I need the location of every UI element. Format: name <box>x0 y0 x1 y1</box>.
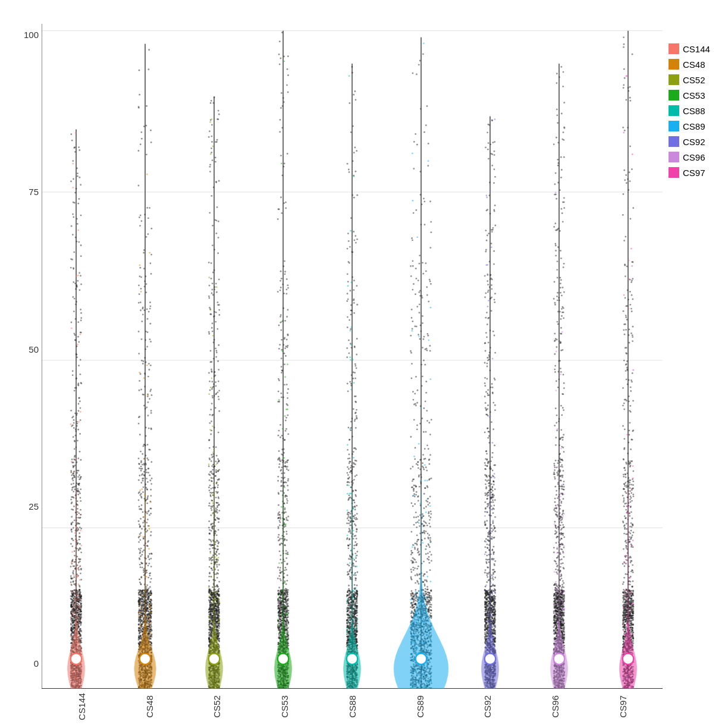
svg-point-6749 <box>352 534 354 535</box>
svg-point-5373 <box>281 212 283 214</box>
svg-point-6951 <box>350 383 352 385</box>
svg-point-5628 <box>277 517 279 519</box>
svg-point-11148 <box>556 467 558 469</box>
svg-point-1198 <box>74 146 76 148</box>
svg-point-12690 <box>624 524 626 526</box>
y-tick-100: 100 <box>24 30 39 40</box>
svg-point-1492 <box>143 474 145 476</box>
svg-point-1561 <box>139 416 140 418</box>
svg-point-4266 <box>209 595 211 597</box>
svg-point-7679 <box>414 608 416 610</box>
svg-point-2133 <box>146 174 148 175</box>
svg-point-3222 <box>215 356 217 358</box>
svg-point-8260 <box>429 463 431 465</box>
svg-point-2609 <box>140 583 142 585</box>
svg-point-1261 <box>73 620 75 622</box>
svg-point-2314 <box>148 311 150 313</box>
svg-point-3666 <box>209 285 211 287</box>
svg-point-7125 <box>412 466 414 467</box>
svg-point-12431 <box>632 478 634 479</box>
svg-point-12577 <box>629 501 631 503</box>
svg-point-8367 <box>424 364 426 366</box>
svg-point-1619 <box>138 548 140 550</box>
svg-point-2386 <box>141 338 143 340</box>
svg-point-947 <box>79 610 81 612</box>
svg-point-995 <box>76 346 78 347</box>
svg-point-8286 <box>428 448 429 450</box>
svg-point-727 <box>73 479 74 481</box>
svg-point-8248 <box>415 293 416 295</box>
svg-point-6577 <box>354 419 356 421</box>
svg-point-10875 <box>553 298 555 300</box>
svg-point-1890 <box>139 434 141 435</box>
svg-point-10773 <box>562 524 564 526</box>
svg-point-12032 <box>629 532 631 534</box>
plot-svg-wrapper <box>42 24 663 689</box>
svg-point-2503 <box>150 626 152 627</box>
svg-point-2134 <box>142 308 143 310</box>
svg-point-4223 <box>215 471 217 473</box>
svg-point-7985 <box>428 559 429 561</box>
svg-point-9870 <box>488 554 490 556</box>
svg-point-282 <box>73 419 75 421</box>
svg-point-9446 <box>489 467 491 469</box>
svg-point-5496 <box>279 525 281 526</box>
svg-point-1809 <box>141 321 143 322</box>
svg-point-12199 <box>631 536 633 538</box>
svg-point-4964 <box>279 344 281 346</box>
svg-point-5598 <box>284 496 286 498</box>
svg-point-1968 <box>148 217 149 219</box>
svg-point-1390 <box>71 610 73 612</box>
legend-color-cs96 <box>669 152 679 162</box>
svg-point-11406 <box>553 623 555 625</box>
svg-point-2841 <box>150 389 152 391</box>
svg-point-8829 <box>484 377 486 379</box>
svg-point-9614 <box>491 509 493 510</box>
svg-point-299 <box>75 318 77 320</box>
svg-point-11037 <box>560 327 562 329</box>
svg-point-7052 <box>421 385 423 387</box>
svg-point-3785 <box>218 613 219 615</box>
svg-point-11291 <box>561 589 563 591</box>
svg-point-2591 <box>140 373 142 375</box>
svg-point-1332 <box>77 172 79 174</box>
svg-point-7949 <box>426 589 428 591</box>
svg-point-9034 <box>492 402 494 404</box>
svg-point-7374 <box>412 73 414 74</box>
svg-point-6474 <box>354 365 356 367</box>
svg-point-10124 <box>558 521 560 523</box>
svg-point-10190 <box>555 581 557 583</box>
svg-point-3338 <box>209 559 211 561</box>
svg-point-214 <box>71 328 73 330</box>
svg-point-4310 <box>210 544 212 545</box>
svg-point-12497 <box>630 506 632 507</box>
svg-point-3684 <box>211 313 212 315</box>
svg-point-1552 <box>139 489 141 491</box>
svg-point-4301 <box>216 634 218 636</box>
svg-point-3569 <box>215 464 217 466</box>
svg-point-6526 <box>349 171 350 173</box>
svg-point-8077 <box>413 168 415 170</box>
svg-point-6891 <box>348 635 350 637</box>
svg-point-8234 <box>428 534 430 536</box>
svg-point-12674 <box>625 601 626 603</box>
legend-label-cs48: CS48 <box>683 59 705 70</box>
svg-point-9741 <box>487 503 488 505</box>
svg-point-186 <box>73 576 75 578</box>
svg-point-1193 <box>77 385 79 387</box>
svg-point-7536 <box>426 105 428 107</box>
svg-point-4981 <box>278 54 280 55</box>
svg-point-5236 <box>285 531 287 532</box>
svg-point-11059 <box>555 569 557 570</box>
svg-point-962 <box>80 419 81 421</box>
svg-point-6408 <box>355 535 357 536</box>
svg-point-4729 <box>287 345 288 347</box>
svg-point-7979 <box>412 479 414 481</box>
svg-point-12595 <box>629 462 631 464</box>
svg-point-9864 <box>492 546 494 548</box>
svg-point-9592 <box>494 118 496 120</box>
svg-point-4844 <box>279 459 281 460</box>
svg-point-11108 <box>555 193 557 195</box>
svg-point-8903 <box>487 527 488 529</box>
svg-point-10832 <box>563 156 565 158</box>
